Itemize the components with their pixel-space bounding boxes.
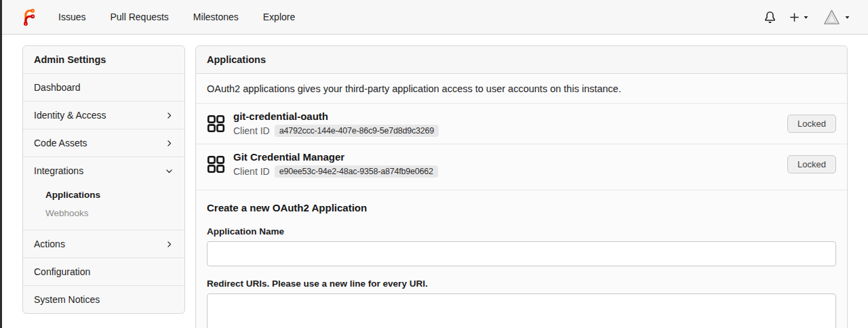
redirect-uris-textarea[interactable] [207,293,836,328]
oauth-app-row: git-credential-oauth Client ID a4792ccc-… [196,103,847,144]
client-id-label: Client ID [233,166,270,177]
app-client-id-line: Client ID a4792ccc-144e-407e-86c9-5e7d8d… [233,125,439,137]
sidebar-item-integrations[interactable]: Integrations [23,157,184,184]
integrations-submenu: Applications Webhooks [23,184,184,230]
application-name-label: Application Name [207,226,836,237]
sidebar-item-webhooks[interactable]: Webhooks [23,204,184,222]
app-name: Git Credential Manager [233,151,438,164]
window-edge [0,0,2,328]
redirect-uris-label: Redirect URIs. Please use a new line for… [207,279,836,289]
chevron-down-icon [803,14,809,20]
application-name-input[interactable] [207,241,836,266]
sidebar-item-configuration[interactable]: Configuration [23,258,184,285]
nav-link-milestones[interactable]: Milestones [193,12,239,22]
sidebar-title: Admin Settings [23,46,184,73]
nav-links: Issues Pull Requests Milestones Explore [58,12,295,22]
chevron-down-icon [165,167,174,176]
client-id-value: a4792ccc-144e-407e-86c9-5e7d8d9c3269 [275,125,439,137]
locked-button[interactable]: Locked [787,155,836,173]
sidebar-item-label: Actions [34,239,65,249]
sidebar-item-system-notices[interactable]: System Notices [23,285,184,313]
sidebar-title-label: Admin Settings [34,54,106,65]
locked-button[interactable]: Locked [787,115,836,133]
sidebar-item-code-assets[interactable]: Code Assets [23,129,184,157]
triangle-avatar [823,8,841,26]
user-menu-dropdown[interactable] [823,8,850,26]
notifications-button[interactable] [764,12,776,23]
sidebar-item-label: Dashboard [34,82,81,93]
sidebar-item-label: Configuration [34,266,90,277]
bell-icon [764,12,776,23]
sidebar-item-label: Identity & Access [34,110,106,121]
app-client-id-line: Client ID e90ee53c-94e2-48ac-9358-a874fb… [233,165,438,178]
top-navbar: Issues Pull Requests Milestones Explore [0,0,868,35]
apps-grid-icon [207,155,225,173]
nav-link-issues[interactable]: Issues [58,12,85,22]
sidebar-item-actions[interactable]: Actions [23,230,184,258]
app-info: Git Credential Manager Client ID e90ee53… [233,151,438,178]
apps-grid-icon [207,115,225,133]
panel-title: Applications [196,46,847,74]
sidebar-item-label: Code Assets [34,138,87,148]
chevron-right-icon [165,240,174,249]
forgejo-logo-icon[interactable] [20,8,39,26]
applications-panel: Applications OAuth2 applications gives y… [195,45,848,328]
sidebar-item-identity-access[interactable]: Identity & Access [23,101,184,129]
sidebar-item-applications[interactable]: Applications [23,186,184,204]
app-name: git-credential-oauth [233,110,439,123]
create-new-dropdown[interactable] [789,12,809,22]
sidebar-item-label: Integrations [34,165,83,176]
oauth-app-row: Git Credential Manager Client ID e90ee53… [196,144,847,184]
nav-link-pull-requests[interactable]: Pull Requests [110,12,168,22]
sidebar-item-label: System Notices [34,294,100,305]
chevron-right-icon [165,139,174,148]
client-id-label: Client ID [233,125,270,136]
chevron-right-icon [165,111,174,120]
navbar-right [764,8,850,26]
create-section-heading: Create a new OAuth2 Application [207,202,836,213]
nav-link-explore[interactable]: Explore [263,12,295,22]
panel-description: OAuth2 applications gives your third-par… [196,74,847,103]
create-oauth-app-section: Create a new OAuth2 Application Applicat… [196,190,847,328]
client-id-value: e90ee53c-94e2-48ac-9358-a874fb9e0662 [275,165,438,178]
chevron-down-icon [844,14,850,20]
app-info: git-credential-oauth Client ID a4792ccc-… [233,110,439,137]
sidebar-item-dashboard[interactable]: Dashboard [23,73,184,101]
plus-icon [789,12,800,22]
admin-settings-sidebar: Admin Settings Dashboard Identity & Acce… [22,45,185,314]
